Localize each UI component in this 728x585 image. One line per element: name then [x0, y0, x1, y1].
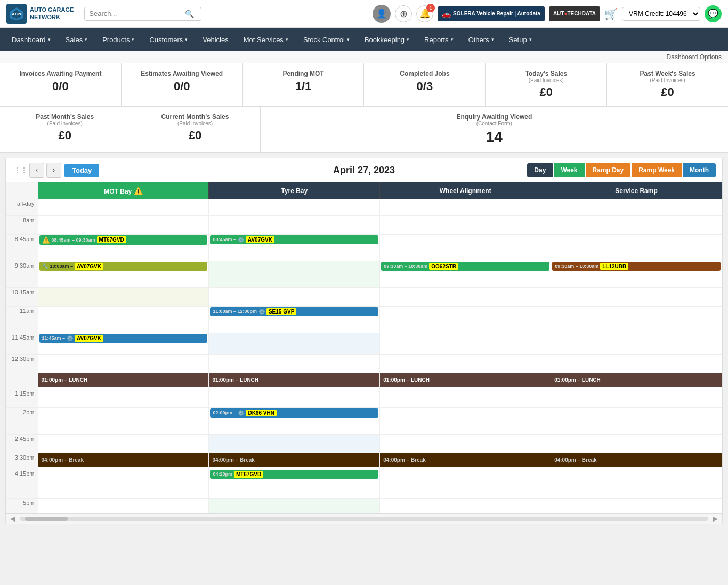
event-oo62str-wheel[interactable]: 09:30am – 10:30am OO62STR: [381, 262, 549, 271]
cell-1230pm-tyre[interactable]: [209, 354, 380, 373]
stat-past-week-sales[interactable]: Past Week's Sales (Paid Invoices) £0: [607, 63, 728, 106]
cell-1145am-wheel[interactable]: [380, 333, 551, 354]
cart-icon[interactable]: 🛒: [604, 7, 618, 20]
search-input[interactable]: [89, 10, 185, 18]
stat-completed-jobs[interactable]: Completed Jobs 0/3: [364, 63, 486, 106]
cell-115pm-service[interactable]: [551, 389, 722, 407]
event-av07gvk-mot-930[interactable]: 🔧 10:00am – AV07GVK: [39, 262, 208, 271]
cell-1015am-service[interactable]: [551, 287, 722, 306]
view-month-button[interactable]: Month: [683, 163, 716, 177]
cell-245pm-tyre[interactable]: [209, 434, 380, 453]
nav-vehicles[interactable]: Vehicles: [195, 28, 236, 51]
cell-845am-wheel[interactable]: [380, 234, 551, 261]
view-week-button[interactable]: Week: [554, 163, 584, 177]
cell-415pm-service[interactable]: [551, 469, 722, 498]
cell-11am-mot[interactable]: [38, 306, 209, 333]
cell-11am-tyre[interactable]: 11:00am – 12:00pm ⚙️ SE15 GVP: [209, 306, 380, 333]
cell-1145am-mot[interactable]: 11:45am – ⚙️ AV07GVK: [38, 333, 209, 354]
nav-products[interactable]: Products ▾: [95, 28, 142, 51]
nav-sales[interactable]: Sales ▾: [58, 28, 95, 51]
nav-mot-services[interactable]: Mot Services ▾: [236, 28, 296, 51]
nav-setup[interactable]: Setup ▾: [501, 28, 539, 51]
cell-allday-tyre[interactable]: [209, 199, 380, 215]
cell-1230pm-service[interactable]: [551, 354, 722, 373]
search-box[interactable]: 🔍: [84, 7, 201, 21]
nav-customers[interactable]: Customers ▾: [142, 28, 195, 51]
event-av07gvk-mot-1145[interactable]: 11:45am – ⚙️ AV07GVK: [39, 334, 208, 343]
cell-930am-tyre[interactable]: [209, 261, 380, 287]
cell-115pm-tyre[interactable]: [209, 389, 380, 407]
event-se15gvp-tyre[interactable]: 11:00am – 12:00pm ⚙️ SE15 GVP: [210, 307, 378, 316]
cell-1230pm-wheel[interactable]: [380, 354, 551, 373]
stat-estimates-awaiting[interactable]: Estimates Awaiting Viewed 0/0: [122, 63, 243, 106]
horizontal-scrollbar[interactable]: [20, 517, 708, 521]
cell-1230pm-mot[interactable]: [38, 354, 209, 373]
scroll-left-indicator[interactable]: ◀: [10, 515, 15, 523]
calendar-next-button[interactable]: ›: [46, 163, 61, 178]
cell-415pm-wheel[interactable]: [380, 469, 551, 498]
nav-reports[interactable]: Reports ▾: [417, 28, 461, 51]
cell-2pm-tyre[interactable]: 02:00pm – ⚙️ DK66 VHN: [209, 407, 380, 434]
vrm-select[interactable]: VRM Credit: 104496: [622, 7, 700, 21]
event-ll12ubb-service[interactable]: 09:30am – 10:30am LL12UBB: [552, 262, 721, 271]
calendar-grid[interactable]: MOT Bay ⚠️ Tyre Bay Wheel Alignment Serv…: [6, 182, 722, 513]
cell-allday-mot[interactable]: [38, 199, 209, 215]
cell-245pm-wheel[interactable]: [380, 434, 551, 453]
view-ramp-week-button[interactable]: Ramp Week: [632, 163, 682, 177]
cell-415pm-mot[interactable]: [38, 469, 209, 498]
cell-8am-service[interactable]: [551, 215, 722, 234]
cell-1015am-tyre[interactable]: [209, 287, 380, 306]
cell-allday-service[interactable]: [551, 199, 722, 215]
cell-115pm-wheel[interactable]: [380, 389, 551, 407]
stat-current-month-sales[interactable]: Current Month's Sales (Paid Invoices) £0: [130, 107, 260, 152]
view-ramp-day-button[interactable]: Ramp Day: [586, 163, 631, 177]
cell-8am-wheel[interactable]: [380, 215, 551, 234]
scrollbar-thumb[interactable]: [25, 517, 68, 521]
drag-handle[interactable]: ⋮⋮: [12, 166, 29, 174]
stat-invoices-awaiting[interactable]: Invoices Awaiting Payment 0/0: [0, 63, 122, 106]
cell-2pm-mot[interactable]: [38, 407, 209, 434]
cell-930am-mot[interactable]: 🔧 10:00am – AV07GVK: [38, 261, 209, 287]
nav-dashboard[interactable]: Dashboard ▾: [4, 28, 58, 51]
nav-others[interactable]: Others ▾: [461, 28, 501, 51]
cell-845am-tyre[interactable]: 08:45am – ⚙️ AV07GVK: [209, 234, 380, 261]
cell-1145am-tyre[interactable]: [209, 333, 380, 354]
cell-allday-wheel[interactable]: [380, 199, 551, 215]
cell-1145am-service[interactable]: [551, 333, 722, 354]
stat-enquiry-awaiting[interactable]: Enquiry Awaiting Viewed (Contact Form) 1…: [261, 107, 728, 152]
cell-930am-wheel[interactable]: 09:30am – 10:30am OO62STR: [380, 261, 551, 287]
event-dk66vhn-tyre[interactable]: 02:00pm – ⚙️ DK66 VHN: [210, 408, 378, 418]
cell-845am-service[interactable]: [551, 234, 722, 261]
cell-245pm-service[interactable]: [551, 434, 722, 453]
cell-2pm-service[interactable]: [551, 407, 722, 434]
cell-8am-tyre[interactable]: [209, 215, 380, 234]
cell-5pm-service[interactable]: [551, 498, 722, 513]
nav-stock-control[interactable]: Stock Control ▾: [296, 28, 357, 51]
event-mt67gvd-mot[interactable]: ⚠️ 08:45am – 09:30am MT67GVD: [39, 235, 208, 245]
cell-415pm-tyre[interactable]: 04:20pm MT67GVD: [209, 469, 380, 498]
cell-245pm-mot[interactable]: [38, 434, 209, 453]
calendar-today-button[interactable]: Today: [64, 164, 99, 177]
cell-5pm-wheel[interactable]: [380, 498, 551, 513]
calendar-prev-button[interactable]: ‹: [29, 163, 44, 178]
scroll-right-indicator[interactable]: ▶: [713, 515, 718, 523]
event-mt67gvd-tyre-415[interactable]: 04:20pm MT67GVD: [210, 470, 378, 479]
cell-5pm-mot[interactable]: [38, 498, 209, 513]
view-day-button[interactable]: Day: [527, 163, 553, 177]
event-av07gvk-tyre-845[interactable]: 08:45am – ⚙️ AV07GVK: [210, 235, 378, 244]
add-button[interactable]: ⊕: [395, 5, 412, 22]
nav-bookkeeping[interactable]: Bookkeeping ▾: [357, 28, 417, 51]
dashboard-options-link[interactable]: Dashboard Options: [667, 53, 722, 61]
cell-11am-service[interactable]: [551, 306, 722, 333]
stat-pending-mot[interactable]: Pending MOT 1/1: [243, 63, 365, 106]
notifications-button[interactable]: 🔔 1: [416, 5, 433, 22]
cell-115pm-mot[interactable]: [38, 389, 209, 407]
user-avatar[interactable]: 👤: [373, 5, 391, 23]
stat-todays-sales[interactable]: Today's Sales (Paid Invoices) £0: [486, 63, 607, 106]
cell-2pm-wheel[interactable]: [380, 407, 551, 434]
cell-1015am-mot[interactable]: [38, 287, 209, 306]
scroll-bar[interactable]: ◀ ▶: [6, 513, 722, 524]
search-icon[interactable]: 🔍: [185, 10, 194, 18]
cell-11am-wheel[interactable]: [380, 306, 551, 333]
whatsapp-button[interactable]: 💬: [705, 5, 722, 22]
